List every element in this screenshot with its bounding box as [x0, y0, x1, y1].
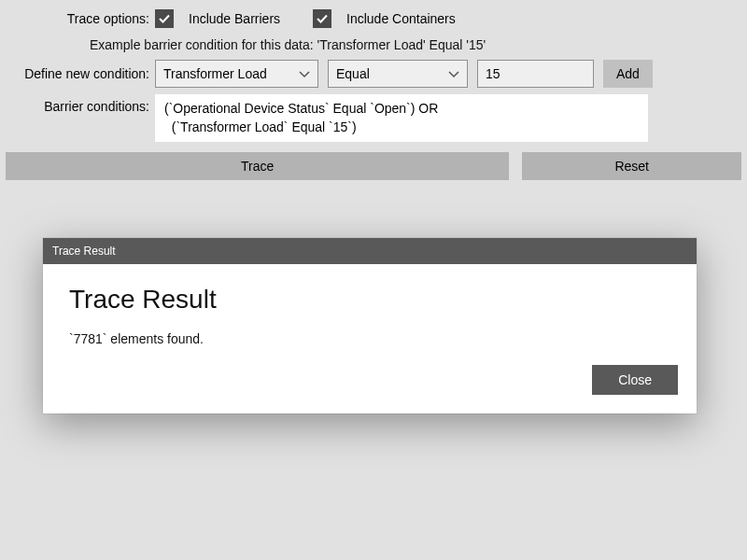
value-input[interactable]	[477, 60, 594, 88]
operator-select-value: Equal	[336, 66, 370, 81]
trace-result-dialog: Trace Result Trace Result `7781` element…	[43, 238, 697, 413]
check-icon	[316, 12, 329, 25]
reset-button[interactable]: Reset	[522, 152, 741, 180]
check-icon	[158, 12, 171, 25]
define-condition-label: Define new condition:	[6, 66, 155, 81]
include-barriers-checkbox[interactable]	[155, 9, 174, 28]
include-containers-checkbox[interactable]	[313, 9, 331, 28]
field-select[interactable]: Transformer Load	[155, 60, 318, 88]
add-button[interactable]: Add	[603, 60, 653, 88]
dialog-titlebar: Trace Result	[43, 238, 697, 264]
barrier-conditions-label: Barrier conditions:	[6, 93, 155, 114]
dialog-message: `7781` elements found.	[69, 331, 670, 346]
operator-select[interactable]: Equal	[328, 60, 468, 88]
trace-options-label: Trace options:	[6, 11, 155, 26]
include-barriers-label: Include Barriers	[189, 11, 280, 26]
chevron-down-icon	[299, 66, 310, 81]
dialog-heading: Trace Result	[69, 285, 670, 315]
field-select-value: Transformer Load	[163, 66, 267, 81]
example-text: Example barrier condition for this data:…	[90, 37, 741, 52]
include-containers-label: Include Containers	[346, 11, 456, 26]
close-button[interactable]: Close	[592, 365, 678, 395]
barrier-conditions-display: (`Operational Device Status` Equal `Open…	[155, 93, 648, 143]
trace-button[interactable]: Trace	[6, 152, 509, 180]
chevron-down-icon	[448, 66, 459, 81]
